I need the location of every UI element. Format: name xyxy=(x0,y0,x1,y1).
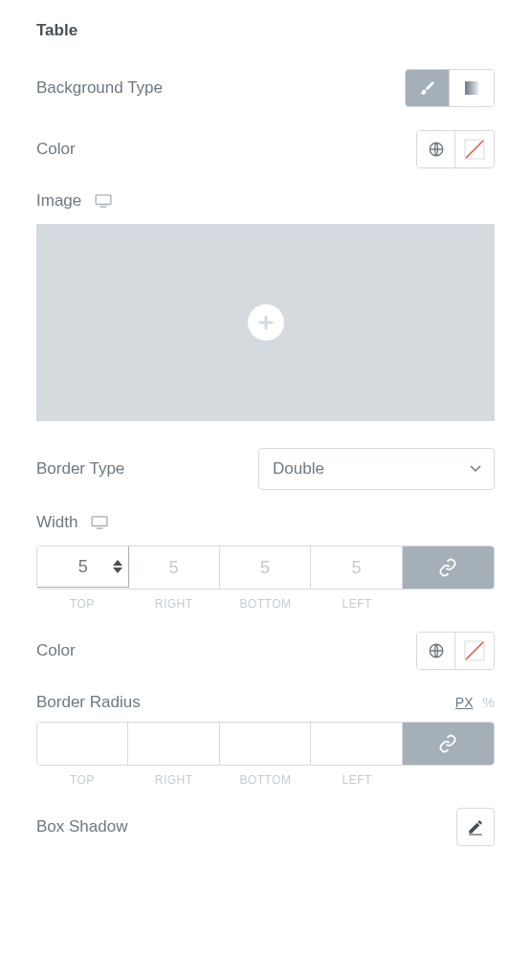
caret-down-icon xyxy=(113,568,122,573)
radius-bottom-input[interactable] xyxy=(220,723,310,765)
width-group: Width xyxy=(36,513,495,611)
width-top-cell xyxy=(37,546,128,589)
no-color-icon xyxy=(463,639,486,662)
image-label: Image xyxy=(36,191,81,211)
radius-top-cell xyxy=(37,723,128,765)
radius-right-cell xyxy=(128,723,219,765)
width-right-sublabel: RIGHT xyxy=(128,597,220,611)
add-image-button[interactable] xyxy=(248,304,284,341)
border-type-select-wrap: Double xyxy=(258,448,495,490)
pencil-icon xyxy=(467,818,484,835)
brush-icon xyxy=(419,79,436,97)
width-bottom-cell xyxy=(220,546,311,589)
radius-left-input[interactable] xyxy=(311,723,401,765)
radius-left-sublabel: LEFT xyxy=(311,773,403,787)
width-sublabels: TOP RIGHT BOTTOM LEFT xyxy=(36,597,495,611)
width-bottom-sublabel: BOTTOM xyxy=(220,597,312,611)
border-type-row: Border Type Double xyxy=(36,448,495,490)
width-stepper[interactable] xyxy=(113,560,122,573)
width-label: Width xyxy=(36,513,77,532)
width-bottom-input[interactable] xyxy=(220,546,310,589)
link-icon xyxy=(438,558,457,577)
image-upload-area[interactable] xyxy=(36,224,495,421)
globe-icon xyxy=(428,141,445,158)
radius-units: PX % xyxy=(455,695,495,710)
width-right-input[interactable] xyxy=(128,546,218,589)
width-left-cell xyxy=(311,546,402,589)
background-type-row: Background Type xyxy=(36,69,495,107)
box-shadow-row: Box Shadow xyxy=(36,808,495,846)
gradient-icon xyxy=(463,79,480,97)
background-gradient-button[interactable] xyxy=(450,70,494,106)
global-color-button[interactable] xyxy=(417,131,455,167)
width-label-row: Width xyxy=(36,513,495,532)
color-picker-button[interactable] xyxy=(455,131,494,167)
width-left-sublabel: LEFT xyxy=(311,597,403,611)
border-type-select[interactable]: Double xyxy=(258,448,495,490)
background-color-controls xyxy=(416,130,495,168)
image-label-row: Image xyxy=(36,191,495,211)
desktop-icon[interactable] xyxy=(91,516,108,529)
box-shadow-edit-button[interactable] xyxy=(456,808,495,846)
radius-link-button[interactable] xyxy=(403,723,494,765)
border-radius-label: Border Radius xyxy=(36,693,141,712)
radius-left-cell xyxy=(311,723,402,765)
border-radius-row: Border Radius PX % xyxy=(36,693,495,712)
unit-px[interactable]: PX xyxy=(455,695,474,710)
radius-inputs xyxy=(36,722,495,766)
globe-icon xyxy=(428,642,445,659)
plus-icon xyxy=(257,314,275,331)
background-type-label: Background Type xyxy=(36,78,163,98)
radius-bottom-sublabel: BOTTOM xyxy=(220,773,312,787)
radius-sublabels: TOP RIGHT BOTTOM LEFT xyxy=(36,773,495,787)
unit-percent[interactable]: % xyxy=(483,695,495,710)
border-color-label: Color xyxy=(36,641,76,660)
border-color-controls xyxy=(416,632,495,670)
border-color-row: Color xyxy=(36,632,495,670)
width-top-sublabel: TOP xyxy=(36,597,128,611)
background-classic-button[interactable] xyxy=(406,70,450,106)
link-icon xyxy=(438,734,457,753)
svg-rect-11 xyxy=(469,835,482,835)
box-shadow-label: Box Shadow xyxy=(36,817,127,836)
radius-top-input[interactable] xyxy=(37,723,127,765)
width-inputs xyxy=(36,546,495,590)
background-type-toggle xyxy=(405,69,495,107)
radius-bottom-cell xyxy=(220,723,311,765)
width-left-input[interactable] xyxy=(311,546,401,589)
border-type-label: Border Type xyxy=(36,459,124,479)
width-right-cell xyxy=(128,546,219,589)
background-color-label: Color xyxy=(36,140,76,159)
radius-right-sublabel: RIGHT xyxy=(128,773,220,787)
no-color-icon xyxy=(463,138,486,161)
radius-group: TOP RIGHT BOTTOM LEFT xyxy=(36,722,495,787)
global-color-button[interactable] xyxy=(417,633,455,669)
width-link-button[interactable] xyxy=(403,546,494,589)
svg-rect-0 xyxy=(465,81,478,95)
caret-up-icon xyxy=(113,560,122,566)
svg-rect-4 xyxy=(96,195,111,205)
background-color-row: Color xyxy=(36,130,495,168)
color-picker-button[interactable] xyxy=(455,633,494,669)
desktop-icon[interactable] xyxy=(95,194,112,208)
section-title: Table xyxy=(36,21,495,40)
radius-right-input[interactable] xyxy=(128,723,218,765)
svg-rect-6 xyxy=(93,517,108,526)
radius-top-sublabel: TOP xyxy=(36,773,128,787)
